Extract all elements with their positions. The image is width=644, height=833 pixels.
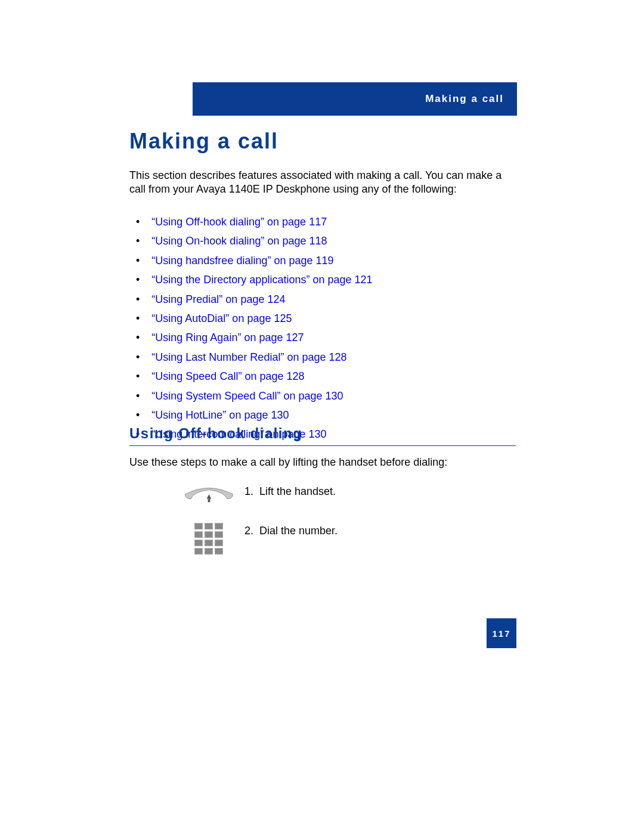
xref-link[interactable]: “Using Off-hook dialing” on page 117 xyxy=(151,215,327,229)
bullet-icon: • xyxy=(136,370,140,383)
header-title: Making a call xyxy=(425,93,504,105)
list-item: • “Using Off-hook dialing” on page 117 xyxy=(136,215,512,229)
list-item: • “Using Ring Again” on page 127 xyxy=(136,331,512,345)
bullet-icon: • xyxy=(136,331,140,345)
bullet-icon: • xyxy=(136,234,140,248)
handset-icon xyxy=(173,482,244,508)
header-bar: Making a call xyxy=(193,82,517,116)
steps-list: 1. Lift the handset. 2. Dial the number. xyxy=(173,482,507,569)
list-item: • “Using AutoDial” on page 125 xyxy=(136,312,512,326)
step-label: Dial the number. xyxy=(259,525,338,537)
bullet-icon: • xyxy=(136,273,140,287)
svg-rect-0 xyxy=(208,499,210,503)
step-label: Lift the handset. xyxy=(259,485,336,497)
step-text: 1. Lift the handset. xyxy=(244,482,507,498)
list-item: • “Using Last Number Redial” on page 128 xyxy=(136,351,512,364)
link-list: • “Using Off-hook dialing” on page 117 •… xyxy=(136,215,512,447)
list-item: • “Using Predial” on page 124 xyxy=(136,293,512,306)
xref-link[interactable]: “Using HotLine” on page 130 xyxy=(151,408,289,422)
step-item: 2. Dial the number. xyxy=(173,521,507,556)
bullet-icon: • xyxy=(136,312,140,326)
list-item: • “Using System Speed Call” on page 130 xyxy=(136,389,512,403)
step-number: 1. xyxy=(244,485,253,497)
intro-paragraph: This section describes features associat… xyxy=(129,169,511,197)
list-item: • “Using handsfree dialing” on page 119 xyxy=(136,254,512,268)
xref-link[interactable]: “Using On-hook dialing” on page 118 xyxy=(151,234,327,248)
bullet-icon: • xyxy=(136,254,140,268)
keypad-icon xyxy=(173,521,244,556)
bullet-icon: • xyxy=(136,408,140,422)
page-number-box: 117 xyxy=(487,618,516,648)
list-item: • “Using the Directory applications” on … xyxy=(136,273,512,287)
section-intro: Use these steps to make a call by liftin… xyxy=(129,456,447,469)
step-item: 1. Lift the handset. xyxy=(173,482,507,508)
bullet-icon: • xyxy=(136,293,140,306)
page-number: 117 xyxy=(492,628,510,639)
xref-link[interactable]: “Using AutoDial” on page 125 xyxy=(151,312,292,326)
section-heading: Using Off-hook dialing xyxy=(129,425,516,446)
page-title: Making a call xyxy=(129,129,278,154)
bullet-icon: • xyxy=(136,389,140,403)
xref-link[interactable]: “Using Predial” on page 124 xyxy=(151,293,285,306)
xref-link[interactable]: “Using System Speed Call” on page 130 xyxy=(151,389,343,403)
step-text: 2. Dial the number. xyxy=(244,521,507,537)
list-item: • “Using HotLine” on page 130 xyxy=(136,408,512,422)
xref-link[interactable]: “Using handsfree dialing” on page 119 xyxy=(151,254,333,268)
bullet-icon: • xyxy=(136,215,140,229)
bullet-icon: • xyxy=(136,351,140,364)
xref-link[interactable]: “Using Last Number Redial” on page 128 xyxy=(151,351,346,364)
xref-link[interactable]: “Using Ring Again” on page 127 xyxy=(151,331,304,345)
list-item: • “Using Speed Call” on page 128 xyxy=(136,370,512,383)
step-number: 2. xyxy=(244,525,253,537)
xref-link[interactable]: “Using the Directory applications” on pa… xyxy=(151,273,372,287)
xref-link[interactable]: “Using Speed Call” on page 128 xyxy=(151,370,304,383)
list-item: • “Using On-hook dialing” on page 118 xyxy=(136,234,512,248)
